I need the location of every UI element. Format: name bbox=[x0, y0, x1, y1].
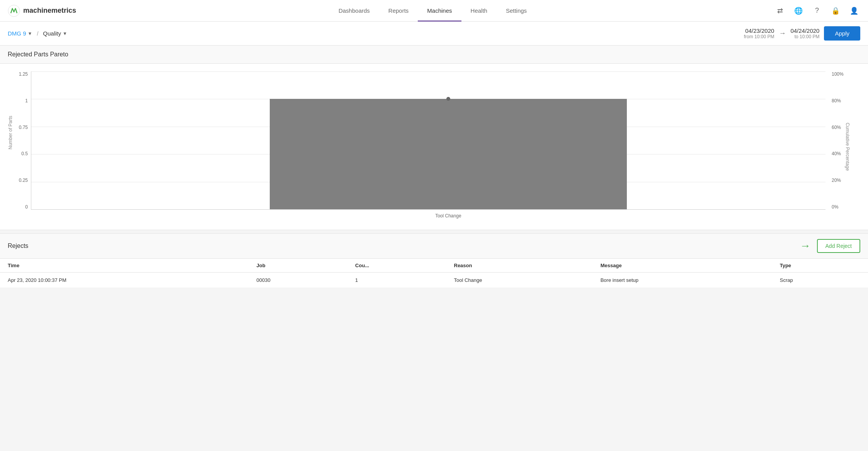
to-date: 04/24/2020 bbox=[790, 27, 819, 34]
col-time: Time bbox=[0, 259, 249, 273]
rejects-table: Time Job Cou... Reason Message Type Apr … bbox=[0, 259, 868, 288]
page-name: Quality bbox=[43, 30, 61, 37]
row-count: 1 bbox=[347, 273, 446, 288]
shuffle-icon[interactable]: ⇄ bbox=[774, 5, 786, 17]
pareto-dot bbox=[446, 97, 450, 101]
y-tick-1.25: 1.25 bbox=[19, 71, 28, 77]
bar-tool-change bbox=[270, 99, 627, 209]
main-content: Rejected Parts Pareto Number of Parts 1.… bbox=[0, 46, 868, 288]
rejects-header: Rejects → Add Reject bbox=[0, 233, 868, 259]
add-reject-arrow-icon: → bbox=[800, 240, 811, 252]
nav-reports[interactable]: Reports bbox=[379, 0, 418, 22]
y-tick-0.5: 0.5 bbox=[21, 151, 28, 156]
nav-health[interactable]: Health bbox=[461, 0, 497, 22]
logo: machinemetrics bbox=[8, 5, 76, 17]
svg-point-1 bbox=[13, 11, 15, 12]
user-lock-icon[interactable]: 🔒 bbox=[829, 5, 842, 17]
nav-dashboards[interactable]: Dashboards bbox=[329, 0, 379, 22]
grid-line-top bbox=[31, 71, 825, 72]
breadcrumb-separator: / bbox=[37, 31, 38, 37]
user-profile-icon[interactable]: 👤 bbox=[848, 5, 860, 17]
to-time: to 10:00 PM bbox=[790, 34, 819, 39]
apply-button[interactable]: Apply bbox=[824, 26, 860, 41]
globe-icon[interactable]: 🌐 bbox=[792, 5, 805, 17]
col-reason: Reason bbox=[446, 259, 593, 273]
y-right-20: 20% bbox=[832, 178, 841, 183]
machine-dropdown-icon: ▼ bbox=[28, 31, 32, 36]
y-axis-right-label: Cumulative Percentage bbox=[845, 123, 851, 171]
y-right-60: 60% bbox=[832, 125, 841, 130]
rejects-table-body: Apr 23, 2020 10:00:37 PM 00030 1 Tool Ch… bbox=[0, 273, 868, 288]
y-axis-left: 1.25 1 0.75 0.5 0.25 0 bbox=[14, 71, 28, 210]
machinemetrics-logo-icon bbox=[8, 5, 20, 17]
page-breadcrumb[interactable]: Quality ▼ bbox=[43, 30, 67, 37]
y-right-40: 40% bbox=[832, 151, 841, 156]
rejects-table-header-row: Time Job Cou... Reason Message Type bbox=[0, 259, 868, 273]
from-date-block: 04/23/2020 from 10:00 PM bbox=[744, 27, 774, 39]
chart-plot-area: Tool Change bbox=[31, 71, 825, 210]
logo-text: machinemetrics bbox=[23, 7, 76, 15]
chart-section: Rejected Parts Pareto Number of Parts 1.… bbox=[0, 46, 868, 230]
y-tick-0.75: 0.75 bbox=[19, 125, 28, 130]
y-tick-1: 1 bbox=[25, 98, 28, 103]
page-dropdown-icon: ▼ bbox=[63, 31, 67, 36]
y-right-0: 0% bbox=[832, 204, 838, 210]
rejects-title: Rejects bbox=[8, 242, 28, 249]
chart-container: Number of Parts 1.25 1 0.75 0.5 0.25 0 bbox=[0, 64, 868, 230]
controls-bar: DMG 9 ▼ / Quality ▼ 04/23/2020 from 10:0… bbox=[0, 22, 868, 46]
col-message: Message bbox=[593, 259, 772, 273]
y-tick-0: 0 bbox=[25, 204, 28, 210]
rejects-table-head: Time Job Cou... Reason Message Type bbox=[0, 259, 868, 273]
rejects-section: Rejects → Add Reject Time Job Cou... Rea… bbox=[0, 233, 868, 288]
row-time: Apr 23, 2020 10:00:37 PM bbox=[0, 273, 249, 288]
x-axis-label-tool-change: Tool Change bbox=[435, 213, 461, 219]
y-tick-0.25: 0.25 bbox=[19, 178, 28, 183]
row-message: Bore insert setup bbox=[593, 273, 772, 288]
rejects-actions: → Add Reject bbox=[800, 239, 860, 253]
top-navigation: machinemetrics Dashboards Reports Machin… bbox=[0, 0, 868, 22]
machine-name: DMG 9 bbox=[8, 30, 26, 37]
y-right-100: 100% bbox=[832, 71, 844, 77]
from-date: 04/23/2020 bbox=[744, 27, 774, 34]
col-count: Cou... bbox=[347, 259, 446, 273]
nav-icon-group: ⇄ 🌐 ? 🔒 👤 bbox=[774, 5, 860, 17]
chart-title: Rejected Parts Pareto bbox=[0, 46, 868, 64]
help-icon[interactable]: ? bbox=[811, 5, 823, 17]
nav-machines[interactable]: Machines bbox=[418, 0, 461, 22]
add-reject-button[interactable]: Add Reject bbox=[817, 239, 860, 253]
machine-breadcrumb[interactable]: DMG 9 ▼ bbox=[8, 30, 32, 37]
date-range-arrow-icon: → bbox=[779, 29, 786, 37]
row-job: 00030 bbox=[249, 273, 348, 288]
row-type: Scrap bbox=[772, 273, 868, 288]
nav-links: Dashboards Reports Machines Health Setti… bbox=[92, 0, 774, 22]
to-date-block: 04/24/2020 to 10:00 PM bbox=[790, 27, 819, 39]
col-type: Type bbox=[772, 259, 868, 273]
nav-settings[interactable]: Settings bbox=[497, 0, 536, 22]
col-job: Job bbox=[249, 259, 348, 273]
table-row: Apr 23, 2020 10:00:37 PM 00030 1 Tool Ch… bbox=[0, 273, 868, 288]
row-reason: Tool Change bbox=[446, 273, 593, 288]
from-time: from 10:00 PM bbox=[744, 34, 774, 39]
date-range-section: 04/23/2020 from 10:00 PM → 04/24/2020 to… bbox=[744, 26, 860, 41]
y-axis-left-label: Number of Parts bbox=[8, 144, 13, 149]
y-right-80: 80% bbox=[832, 98, 841, 103]
